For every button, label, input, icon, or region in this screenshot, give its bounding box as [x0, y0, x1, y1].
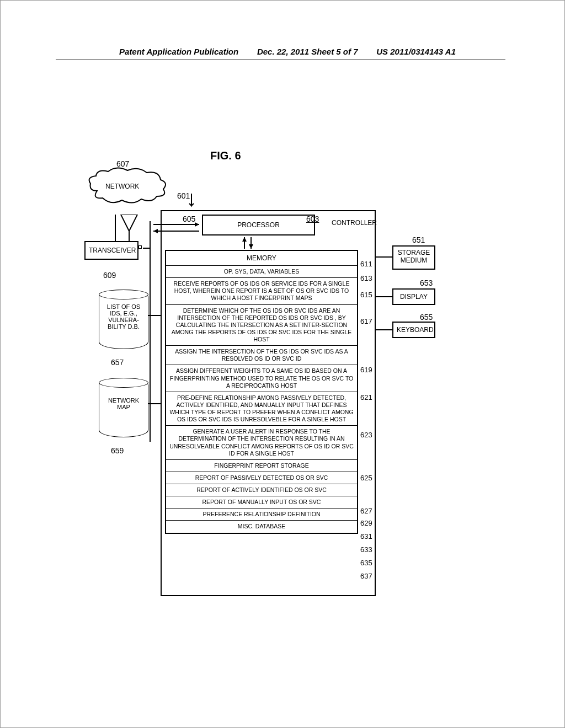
header-left: Patent Application Publication: [119, 47, 238, 56]
svg-marker-10: [249, 244, 253, 249]
ref-621: 621: [360, 393, 372, 402]
ref-613: 613: [360, 274, 372, 282]
memory-row-predefine: PRE-DEFINE RELATIONSHIP AMONG PASSIVELY …: [166, 392, 357, 426]
page-header: Patent Application Publication Dec. 22, …: [56, 47, 505, 60]
arrow-icon: [151, 220, 202, 239]
ref-651: 651: [412, 235, 425, 244]
ref-609: 609: [103, 271, 116, 280]
ref-615: 615: [360, 291, 372, 299]
ref-arrow-icon: [188, 192, 201, 213]
connector-line: [376, 256, 392, 258]
os-id-db-cylinder: LIST OF OS IDS, E.G., VULNERA-BILITY D.B…: [99, 290, 148, 349]
network-map-label: NETWORK MAP: [102, 397, 146, 410]
ref-625: 625: [360, 474, 372, 482]
controller-label: CONTROLLER: [332, 219, 377, 227]
bus-stub: [143, 248, 150, 249]
memory-row-active-report: REPORT OF ACTIVELY IDENTIFIED OS OR SVC: [166, 484, 357, 496]
antenna-icon: [110, 215, 143, 241]
memory-row-passive-report: REPORT OF PASSIVELY DETECTED OS OR SVC: [166, 472, 357, 484]
ref-633: 633: [360, 545, 372, 554]
ref-653: 653: [420, 279, 433, 287]
storage-medium-box: STORAGE MEDIUM: [392, 245, 435, 270]
ref-617: 617: [360, 317, 372, 325]
storage-medium-label: STORAGE MEDIUM: [398, 249, 430, 264]
memory-row-fingerprint-storage: FINGERPRINT REPORT STORAGE: [166, 459, 357, 472]
ref-611: 611: [360, 260, 372, 268]
display-label: DISPLAY: [400, 293, 428, 301]
memory-row-receive: RECEIVE REPORTS OF OS IDS OR SERVICE IDS…: [166, 277, 357, 304]
ref-631: 631: [360, 532, 372, 540]
keyboard-label: KEYBOARD: [397, 326, 434, 334]
display-box: DISPLAY: [392, 288, 435, 305]
network-map-cylinder: NETWORK MAP: [99, 378, 148, 437]
memory-row-opsys: OP. SYS, DATA, VARIABLES: [166, 265, 357, 277]
ref-619: 619: [360, 366, 372, 374]
memory-row-generate-alert: GENERATE A USER ALERT IN RESPONSE TO THE…: [166, 425, 357, 459]
keyboard-box: KEYBOARD: [392, 322, 435, 338]
bus-line: [150, 221, 151, 442]
ref-627: 627: [360, 507, 372, 515]
header-right: US 2011/0314143 A1: [376, 47, 456, 56]
bus-stub: [148, 315, 161, 316]
memory-box: MEMORY OP. SYS, DATA, VARIABLES RECEIVE …: [165, 250, 358, 534]
memory-row-preference: PREFERENCE RELATIONSHIP DEFINITION: [166, 508, 357, 520]
memory-row-determine: DETERMINE WHICH OF THE OS IDS OR SVC IDS…: [166, 304, 357, 346]
connector-line: [376, 296, 392, 297]
memory-row-misc-db: MISC. DATABASE: [166, 520, 357, 532]
memory-row-assign-intersection: ASSIGN THE INTERSECTION OF THE OS IDS OR…: [166, 345, 357, 365]
ref-635: 635: [360, 559, 372, 567]
network-label: NETWORK: [105, 183, 139, 190]
processor-label: PROCESSOR: [237, 221, 280, 229]
ref-655: 655: [420, 313, 433, 322]
ref-657: 657: [111, 358, 124, 367]
transceiver-label: TRANSCEIVER: [89, 247, 136, 254]
transceiver-box: TRANSCEIVER: [84, 241, 138, 260]
bus-stub: [148, 403, 161, 404]
memory-row-assign-weights: ASSIGN DIFFERENT WEIGHTS TO A SAME OS ID…: [166, 365, 357, 391]
svg-marker-8: [242, 237, 247, 242]
memory-label: MEMORY: [166, 251, 357, 265]
connector-line: [376, 329, 392, 330]
page: Patent Application Publication Dec. 22, …: [0, 0, 565, 728]
transceiver-port: [138, 245, 142, 249]
svg-marker-1: [121, 215, 137, 231]
figure-title: FIG. 6: [210, 149, 241, 162]
ref-637: 637: [360, 572, 372, 580]
svg-marker-6: [153, 229, 158, 233]
memory-row-manual-report: REPORT OF MANUALLY INPUT OS OR SVC: [166, 496, 357, 508]
svg-marker-4: [195, 222, 199, 227]
header-center: Dec. 22, 2011 Sheet 5 of 7: [257, 47, 358, 56]
os-id-db-label: LIST OF OS IDS, E.G., VULNERA-BILITY D.B…: [102, 303, 146, 330]
ref-623: 623: [360, 431, 372, 439]
ref-659: 659: [111, 446, 124, 455]
ref-629: 629: [360, 519, 372, 527]
processor-box: PROCESSOR: [202, 215, 315, 235]
